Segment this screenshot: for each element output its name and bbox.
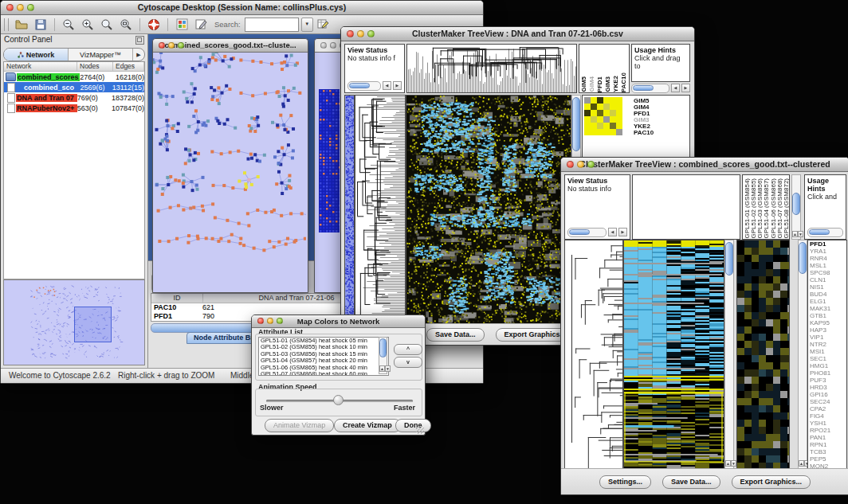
attribute-list-vscrollbar[interactable]: ▲▼	[379, 337, 387, 374]
close-icon[interactable]	[320, 42, 327, 49]
search-input[interactable]	[245, 18, 299, 32]
zoom-selected-icon[interactable]	[117, 17, 135, 33]
column-labels-panel[interactable]: GPL51-01 (GSM854)GPL51-02 (GSM855)GPL51-…	[742, 174, 790, 240]
move-up-button[interactable]: ^	[394, 344, 422, 355]
scroll-right-icon[interactable]: ▶	[618, 228, 627, 236]
network-window-combined[interactable]: combined_scores_good.txt--cluste...	[152, 38, 308, 293]
vizmapper-colors-icon[interactable]	[173, 17, 190, 33]
scroll-thumb[interactable]	[809, 229, 830, 235]
heatmap-panel[interactable]	[406, 95, 571, 324]
minimize-icon[interactable]	[267, 318, 273, 324]
col-id[interactable]: ID	[151, 294, 203, 303]
main-titlebar[interactable]: Cytoscape Desktop (Session Name: collins…	[1, 1, 483, 15]
column-dendrogram-canvas[interactable]	[407, 45, 576, 92]
gene-label[interactable]: PUF3	[810, 377, 846, 384]
network-list-row[interactable]: combined_scores_2764(0)16218(0)	[4, 72, 144, 82]
col-edges[interactable]: Edges	[113, 62, 144, 71]
scroll-up-icon[interactable]: ▲	[725, 460, 731, 467]
gene-label[interactable]: SEC1	[810, 355, 846, 362]
gene-label[interactable]: MSL1	[810, 262, 846, 269]
zoomed-heatmap-panel[interactable]	[736, 240, 790, 469]
gene-label[interactable]: PAN1	[810, 434, 846, 441]
scroll-thumb[interactable]	[799, 242, 807, 274]
col-network[interactable]: Network	[4, 62, 77, 71]
tab-overflow-icon[interactable]: ▶	[133, 49, 144, 61]
animate-vizmap-button[interactable]: Animate Vizmap	[265, 419, 334, 432]
scroll-thumb[interactable]	[379, 338, 387, 357]
scroll-thumb[interactable]	[349, 83, 370, 88]
scroll-down-icon[interactable]: ▼	[385, 365, 391, 372]
zoom-window-icon[interactable]	[178, 42, 184, 49]
gene-label[interactable]: RNR4	[810, 255, 846, 262]
gene-label[interactable]: YRA1	[810, 248, 846, 255]
column-label[interactable]: GPL51-07 (GSM868)	[776, 178, 783, 239]
save-data-button[interactable]: Save Data...	[662, 475, 720, 489]
settings-button[interactable]: Settings...	[599, 475, 651, 489]
attribute-editor-icon[interactable]	[315, 17, 332, 33]
gene-label[interactable]: MAK31	[810, 305, 846, 312]
tab-vizmapper[interactable]: VizMapper™	[69, 49, 133, 61]
treeview-dna-titlebar[interactable]: ClusterMaker TreeView : DNA and Tran 07-…	[341, 27, 694, 41]
minimize-icon[interactable]	[577, 161, 584, 168]
gene-label[interactable]: HRD3	[810, 384, 846, 391]
zoom-window-icon[interactable]	[367, 30, 375, 37]
gene-label[interactable]: VIP1	[810, 334, 846, 341]
heatmap-canvas[interactable]	[406, 96, 571, 323]
network-view-canvas[interactable]	[153, 53, 306, 291]
gene-label[interactable]: NTR2	[810, 341, 846, 348]
row-label[interactable]: PAC10	[634, 130, 654, 136]
scroll-thumb[interactable]	[633, 85, 654, 91]
gene-labels-vscrollbar[interactable]: ▲▼	[798, 240, 807, 469]
map-colors-dialog[interactable]: Map Colors to Network Attribute List GPL…	[251, 315, 426, 436]
gene-label[interactable]: CLN1	[810, 276, 846, 283]
gene-label[interactable]: PFD1	[810, 240, 846, 248]
heatmap-canvas[interactable]	[624, 240, 724, 468]
scroll-up-icon[interactable]: ▲	[799, 460, 804, 467]
zoom-window-icon[interactable]	[587, 161, 595, 168]
create-vizmap-button[interactable]: Create Vizmap	[334, 419, 401, 432]
attribute-list[interactable]: GPL51-01 (GSM854) heat shock 05 minGPL51…	[258, 337, 389, 376]
scroll-thumb[interactable]	[569, 229, 590, 235]
gene-label[interactable]: RPO21	[810, 427, 846, 434]
network-overview-canvas[interactable]	[4, 280, 145, 363]
row-dendrogram-canvas[interactable]	[565, 240, 622, 468]
annotation-icon[interactable]	[192, 17, 210, 33]
gene-label[interactable]: YSH1	[810, 420, 846, 427]
network-list-row[interactable]: DNA and Tran 07769(0)183728(0)	[4, 92, 144, 103]
gene-labels-panel[interactable]: PFD1YRA1RNR4MSL1SPC98CLN1NIS1BUD4ELG1MAK…	[807, 240, 847, 469]
close-icon[interactable]	[567, 161, 574, 168]
column-label[interactable]: GPL51-06 (GSM865)	[770, 178, 776, 239]
scroll-up-icon[interactable]: ▲	[379, 365, 385, 372]
network-list-row[interactable]: combined_sco2569(6)13112(15)	[4, 82, 144, 92]
float-panel-icon[interactable]	[135, 36, 144, 45]
gene-label[interactable]: BUD4	[810, 291, 846, 298]
network-list-row[interactable]: RNAPuberNov2+563(0)107847(0)	[4, 103, 144, 113]
speed-slider-thumb[interactable]	[333, 395, 344, 405]
submatrix-hscrollbar[interactable]: ◀ ▶	[631, 84, 690, 92]
minimize-icon[interactable]	[17, 4, 24, 11]
zoom-in-icon[interactable]	[79, 17, 96, 33]
gene-label[interactable]: CPA2	[810, 405, 846, 412]
row-dendrogram-canvas[interactable]	[355, 96, 405, 323]
scroll-right-icon[interactable]: ▶	[681, 84, 690, 92]
gene-label[interactable]: RPN1	[810, 441, 846, 448]
gene-label[interactable]: SPC98	[810, 269, 846, 276]
column-label[interactable]: GPL51-04 (GSM857)	[763, 178, 769, 239]
resize-grip[interactable]	[416, 426, 424, 434]
gene-label[interactable]: SEC24	[810, 398, 846, 405]
row-dendrogram-panel[interactable]	[355, 95, 406, 324]
gene-label[interactable]: KAP95	[810, 319, 846, 326]
column-labels-panel[interactable]: GIM5GIM4PFD1GIM3YKE2PAC10	[579, 44, 630, 93]
zoomed-heatmap-canvas[interactable]	[737, 240, 789, 468]
gene-label[interactable]: GPI16	[810, 391, 846, 398]
view-status-scrollbar[interactable]: ◀ ▶	[347, 81, 402, 90]
close-icon[interactable]	[159, 42, 165, 49]
scroll-down-icon[interactable]: ▼	[798, 231, 803, 237]
column-label[interactable]: YKE2	[612, 76, 620, 92]
usage-hints-scrollbar[interactable]	[807, 228, 843, 236]
scroll-left-icon[interactable]: ◀	[383, 81, 391, 90]
tab-network[interactable]: Network	[4, 49, 69, 61]
minimize-icon[interactable]	[357, 30, 364, 37]
gene-label[interactable]: PEP5	[810, 455, 846, 463]
gene-label[interactable]: GTB1	[810, 312, 846, 319]
